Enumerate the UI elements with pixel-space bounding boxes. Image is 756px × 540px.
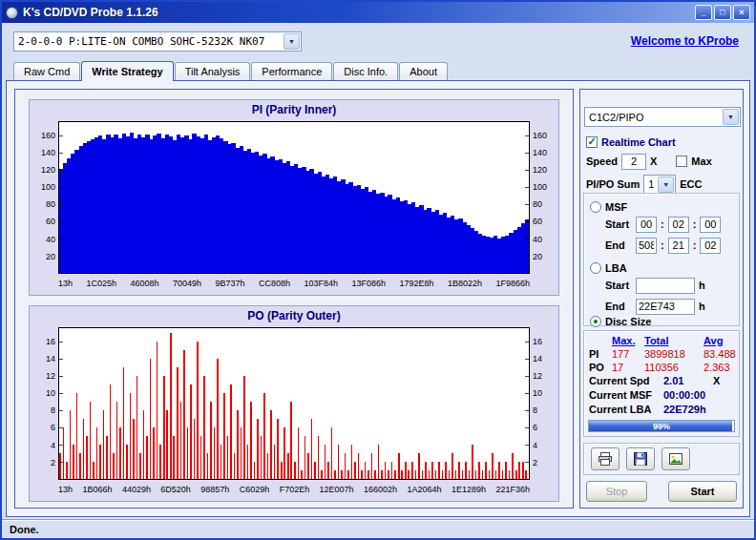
po-yaxis-right: 246810121416 [530, 327, 555, 480]
y-tick-label: 20 [533, 252, 542, 261]
y-tick-label: 60 [533, 217, 542, 226]
disc-size-radio[interactable]: Disc Size [590, 313, 737, 330]
x-tick-label: 13h [58, 279, 73, 290]
lba-end-label: End [605, 301, 632, 312]
lba-start-input[interactable] [636, 278, 695, 294]
y-tick-label: 14 [533, 354, 542, 363]
x-tick-label: CC808h [259, 279, 290, 290]
welcome-link[interactable]: Welcome to KProbe [631, 34, 739, 48]
max-checkbox[interactable]: Max [676, 156, 711, 167]
lba-start-row: Start h [605, 277, 737, 294]
save-icon [633, 451, 648, 467]
drive-row: 2-0-0-0 P:LITE-ON COMBO SOHC-5232K NK07 … [13, 31, 739, 52]
lba-radio[interactable]: LBA [590, 260, 737, 277]
titlebar-buttons: _ □ × [695, 5, 750, 20]
start-button[interactable]: Start [668, 481, 737, 502]
x-tick-label: C6029h [240, 485, 270, 496]
app-icon [6, 7, 18, 19]
y-tick-label: 100 [41, 182, 55, 192]
maximize-button[interactable]: □ [714, 5, 731, 20]
x-tick-label: 1792E8h [399, 279, 433, 290]
pi-plot-area [58, 121, 530, 274]
close-button[interactable]: × [733, 5, 750, 20]
y-tick-label: 140 [533, 148, 547, 157]
drive-combo-arrow-icon[interactable]: ▼ [284, 33, 300, 50]
radio-icon [590, 262, 601, 274]
mode-combo-arrow-icon[interactable]: ▼ [723, 109, 739, 125]
drive-combo-value: 2-0-0-0 P:LITE-ON COMBO SOHC-5232K NK07 [14, 35, 283, 48]
po-max-value: 17 [612, 361, 644, 374]
current-lba-value: 22E729h [663, 403, 713, 417]
msf-start-sec-input[interactable] [668, 217, 689, 233]
tab-bar: Raw CmdWrite StrategyTilt AnalysisPerfor… [13, 60, 449, 80]
speed-label: Speed [586, 156, 618, 167]
app-window: K's CD/DVD Probe 1.1.26 _ □ × 2-0-0-0 P:… [0, 0, 756, 540]
control-panel: C1C2/PIPO ▼ ✓ Realtime Chart Speed X Max… [579, 89, 744, 509]
current-speed-value: 2.01 [663, 374, 713, 388]
po-plot-area [58, 327, 530, 480]
x-tick-label: F702Eh [280, 485, 310, 496]
x-tick-label: 46008h [130, 279, 158, 290]
y-tick-label: 2 [533, 458, 537, 467]
po-total-value: 110356 [644, 361, 704, 374]
status-text: Done. [10, 524, 39, 535]
tab-raw-cmd[interactable]: Raw Cmd [13, 62, 80, 80]
tab-about[interactable]: About [399, 62, 448, 80]
y-tick-label: 16 [533, 337, 542, 346]
tab-write-strategy[interactable]: Write Strategy [81, 61, 173, 81]
lba-end-input[interactable] [636, 299, 695, 315]
pipo-sum-value: 1 [644, 178, 657, 190]
pipo-sum-arrow-icon[interactable]: ▼ [658, 177, 674, 193]
y-tick-label: 80 [533, 199, 542, 209]
msf-start-min-input[interactable] [636, 217, 657, 233]
tab-performance[interactable]: Performance [251, 62, 332, 80]
checkbox-box [676, 156, 687, 167]
stop-button[interactable]: Stop [586, 481, 647, 502]
radio-icon [590, 201, 601, 213]
msf-radio[interactable]: MSF [590, 198, 737, 216]
titlebar: K's CD/DVD Probe 1.1.26 _ □ × [2, 2, 754, 23]
msf-end-min-input[interactable] [636, 238, 657, 254]
current-msf-value: 00:00:00 [663, 388, 713, 403]
mode-combo[interactable]: C1C2/PIPO ▼ [584, 107, 741, 127]
x-tick-label: 1C025h [86, 279, 116, 290]
x-tick-label: 98857h [200, 485, 229, 496]
y-tick-label: 140 [41, 148, 55, 157]
pipo-sum-combo[interactable]: 1 ▼ [643, 175, 676, 195]
tab-disc-info[interactable]: Disc Info. [333, 62, 398, 80]
lba-end-unit: h [699, 301, 705, 312]
snapshot-icon [668, 451, 683, 467]
actions-groupbox [583, 443, 740, 475]
msf-end-sec-input[interactable] [668, 238, 689, 254]
charts-column: PI (Parity Inner) 20406080100120140160 2… [14, 89, 574, 509]
minimize-button[interactable]: _ [695, 5, 712, 20]
status-bar: Done. [2, 519, 754, 538]
progress-text: 99% [589, 421, 734, 431]
time-separator: : [661, 239, 664, 251]
pi-max-value: 177 [612, 347, 644, 361]
po-stats-row: PO 17 110356 2.363 [584, 361, 739, 374]
x-tick-label: 44029h [122, 485, 151, 496]
pi-xaxis: 13h1C025h46008h70049h9B737hCC808h103F84h… [58, 279, 530, 290]
snapshot-button[interactable] [662, 447, 690, 470]
print-button[interactable] [591, 447, 620, 470]
msf-end-frame-input[interactable] [700, 238, 721, 254]
tab-tilt-analysis[interactable]: Tilt Analysis [175, 62, 251, 80]
time-separator: : [693, 218, 697, 230]
msf-start-frame-input[interactable] [700, 217, 721, 233]
x-tick-label: 1F9866h [495, 279, 530, 290]
pi-total-value: 3899818 [644, 347, 704, 361]
x-tick-label: 6D520h [160, 485, 191, 496]
x-tick-label: 103F84h [304, 279, 338, 290]
msf-label: MSF [605, 201, 627, 213]
save-button[interactable] [626, 447, 655, 470]
lba-start-label: Start [605, 280, 632, 291]
speed-input[interactable] [621, 154, 646, 170]
pi-row-label: PI [589, 347, 612, 361]
realtime-chart-checkbox[interactable]: ✓ Realtime Chart [586, 134, 737, 151]
max-label: Max [691, 156, 711, 167]
lba-label: LBA [605, 262, 627, 274]
drive-combo[interactable]: 2-0-0-0 P:LITE-ON COMBO SOHC-5232K NK07 … [13, 31, 302, 52]
pi-yaxis-left: 20406080100120140160 [33, 121, 58, 274]
y-tick-label: 6 [533, 423, 537, 432]
